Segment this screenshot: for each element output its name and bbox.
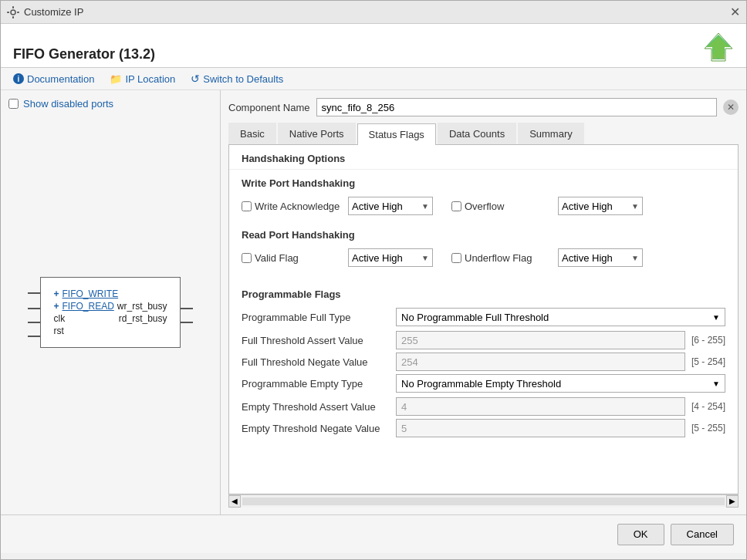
full-assert-label: Full Threshold Assert Value xyxy=(242,335,396,346)
main-content: Show disabled ports + FIFO_WRITE xyxy=(1,90,746,514)
footer: OK Cancel xyxy=(1,514,746,553)
fifo-block: + FIFO_WRITE + FIFO_READ wr_rst_busy clk… xyxy=(40,277,180,348)
svg-rect-2 xyxy=(12,16,14,19)
empty-negate-row: Empty Threshold Negate Value [5 - 255] xyxy=(242,419,725,437)
full-assert-hint: [6 - 255] xyxy=(691,335,725,346)
empty-type-label: Programmable Empty Type xyxy=(242,378,396,390)
tab-content: Handshaking Options Write Port Handshaki… xyxy=(228,145,739,494)
read-port-row: Valid Flag Active High ▼ Underflow Flag … xyxy=(242,248,725,267)
titlebar: Customize IP ✕ xyxy=(1,1,746,24)
app-title: FIFO Generator (13.2) xyxy=(13,46,155,62)
tab-native-ports[interactable]: Native Ports xyxy=(278,123,356,144)
tab-basic[interactable]: Basic xyxy=(228,123,276,144)
full-negate-hint: [5 - 254] xyxy=(691,356,725,367)
empty-assert-row: Empty Threshold Assert Value [4 - 254] xyxy=(242,397,725,416)
full-type-select[interactable]: No Programmable Full Threshold ▼ xyxy=(396,308,725,326)
show-disabled-label[interactable]: Show disabled ports xyxy=(23,98,113,110)
tabs-bar: Basic Native Ports Status Flags Data Cou… xyxy=(228,123,739,145)
titlebar-title: Customize IP xyxy=(24,6,83,18)
full-assert-input[interactable] xyxy=(396,331,685,349)
component-name-row: Component Name ✕ xyxy=(228,98,739,116)
app-icon xyxy=(7,6,19,19)
overflow-label: Overflow xyxy=(465,201,504,212)
write-ack-select-value: Active High xyxy=(352,201,403,212)
write-ack-checkbox-label[interactable]: Write Acknowledge xyxy=(242,201,342,212)
scroll-right-button[interactable]: ▶ xyxy=(726,495,739,508)
valid-flag-checkbox[interactable] xyxy=(242,253,252,263)
switch-to-defaults-label: Switch to Defaults xyxy=(203,73,283,85)
full-type-select-value: No Programmable Full Threshold xyxy=(401,312,549,323)
fifo-port-write: + FIFO_WRITE xyxy=(53,288,167,299)
ok-button[interactable]: OK xyxy=(617,524,664,545)
overflow-select[interactable]: Active High ▼ xyxy=(558,197,643,215)
overflow-dropdown-arrow: ▼ xyxy=(631,202,639,211)
empty-negate-input[interactable] xyxy=(396,419,685,437)
read-port-handshaking: Read Port Handshaking Valid Flag Active … xyxy=(229,229,738,281)
ip-location-label: IP Location xyxy=(125,73,175,85)
write-port-handshaking: Write Port Handshaking Write Acknowledge… xyxy=(229,170,738,229)
valid-flag-select[interactable]: Active High ▼ xyxy=(348,248,433,267)
underflow-checkbox[interactable] xyxy=(451,253,461,263)
underflow-label: Underflow Flag xyxy=(465,252,532,264)
section-title: Handshaking Options xyxy=(229,145,738,170)
full-type-label: Programmable Full Type xyxy=(242,312,396,323)
fifo-port-rst: rst xyxy=(53,326,167,336)
tab-status-flags[interactable]: Status Flags xyxy=(357,123,436,145)
programmable-flags-section: Programmable Flags Programmable Full Typ… xyxy=(229,281,738,448)
underflow-select-value: Active High xyxy=(562,252,613,264)
horizontal-scrollbar: ◀ ▶ xyxy=(228,494,739,507)
empty-type-select-value: No Programmable Empty Threshold xyxy=(401,378,561,390)
titlebar-left: Customize IP xyxy=(7,6,83,19)
svg-point-0 xyxy=(11,10,15,15)
overflow-checkbox-label[interactable]: Overflow xyxy=(451,201,552,212)
component-name-input[interactable] xyxy=(316,98,718,116)
refresh-icon: ↺ xyxy=(191,73,200,85)
read-port-title: Read Port Handshaking xyxy=(242,229,725,241)
component-name-label: Component Name xyxy=(228,102,310,113)
svg-marker-8 xyxy=(708,36,729,58)
write-port-title: Write Port Handshaking xyxy=(242,177,725,189)
scroll-track[interactable] xyxy=(242,498,725,505)
write-ack-dropdown-arrow: ▼ xyxy=(421,202,429,211)
info-icon: i xyxy=(13,73,24,84)
cancel-button[interactable]: Cancel xyxy=(671,524,734,545)
write-ack-row: Write Acknowledge Active High ▼ Overflow… xyxy=(242,197,725,215)
svg-rect-1 xyxy=(12,6,14,8)
tab-summary[interactable]: Summary xyxy=(518,123,584,144)
empty-negate-label: Empty Threshold Negate Value xyxy=(242,423,396,434)
write-ack-select[interactable]: Active High ▼ xyxy=(348,197,433,215)
valid-flag-label: Valid Flag xyxy=(255,252,299,264)
write-ack-label: Write Acknowledge xyxy=(255,201,340,212)
underflow-select[interactable]: Active High ▼ xyxy=(558,248,643,267)
ip-location-button[interactable]: 📁 IP Location xyxy=(110,73,175,85)
svg-rect-3 xyxy=(7,12,9,13)
full-type-dropdown-arrow: ▼ xyxy=(712,313,720,322)
full-negate-label: Full Threshold Negate Value xyxy=(242,356,396,368)
show-disabled-row: Show disabled ports xyxy=(8,98,212,110)
full-negate-row: Full Threshold Negate Value [5 - 254] xyxy=(242,353,725,371)
switch-to-defaults-button[interactable]: ↺ Switch to Defaults xyxy=(191,73,283,85)
overflow-checkbox[interactable] xyxy=(451,201,461,211)
empty-type-select[interactable]: No Programmable Empty Threshold ▼ xyxy=(396,374,725,393)
component-diagram: + FIFO_WRITE + FIFO_READ wr_rst_busy clk… xyxy=(8,117,212,507)
valid-flag-dropdown-arrow: ▼ xyxy=(421,254,429,262)
location-icon: 📁 xyxy=(110,73,122,85)
full-negate-input[interactable] xyxy=(396,353,685,371)
documentation-button[interactable]: i Documentation xyxy=(13,73,94,85)
empty-type-dropdown-arrow: ▼ xyxy=(712,380,720,388)
show-disabled-checkbox[interactable] xyxy=(8,99,19,109)
valid-flag-checkbox-label[interactable]: Valid Flag xyxy=(242,252,342,264)
valid-flag-select-value: Active High xyxy=(352,252,403,264)
underflow-checkbox-label[interactable]: Underflow Flag xyxy=(451,252,552,264)
component-name-clear-button[interactable]: ✕ xyxy=(723,100,739,115)
right-panel: Component Name ✕ Basic Native Ports Stat… xyxy=(221,90,746,514)
vivado-logo xyxy=(703,32,734,62)
close-button[interactable]: ✕ xyxy=(730,6,740,19)
fifo-port-read: + FIFO_READ wr_rst_busy xyxy=(53,301,167,312)
write-ack-checkbox[interactable] xyxy=(242,201,252,211)
prog-flags-title: Programmable Flags xyxy=(242,288,725,300)
tab-data-counts[interactable]: Data Counts xyxy=(438,123,516,144)
scroll-left-button[interactable]: ◀ xyxy=(228,495,241,508)
empty-assert-input[interactable] xyxy=(396,397,685,416)
empty-negate-hint: [5 - 255] xyxy=(691,423,725,433)
